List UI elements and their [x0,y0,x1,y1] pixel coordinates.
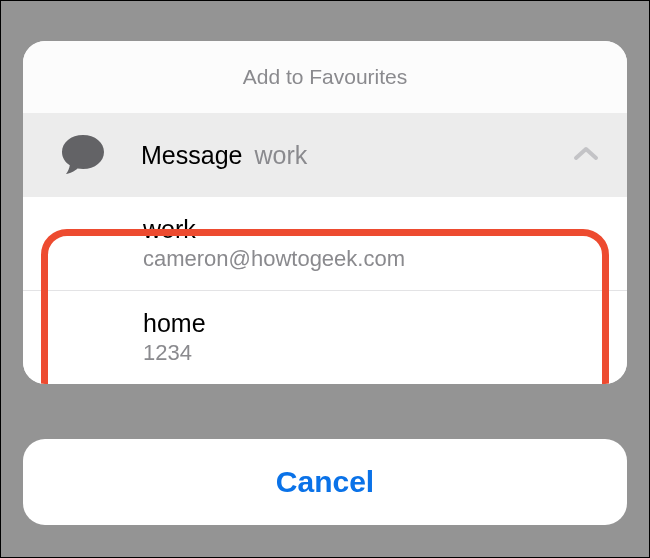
action-sheet: Add to Favourites Message work work came… [23,41,627,384]
sheet-title: Add to Favourites [23,41,627,113]
option-home[interactable]: home 1234 [23,291,627,384]
category-label: Message [141,141,242,170]
option-value: 1234 [143,340,627,366]
message-bubble-icon [59,131,107,179]
category-message-row[interactable]: Message work [23,113,627,197]
chevron-up-icon [573,145,599,165]
options-list: work cameron@howtogeek.com home 1234 [23,197,627,384]
cancel-button[interactable]: Cancel [23,439,627,525]
option-label: home [143,309,627,338]
cancel-label: Cancel [276,465,374,499]
option-work[interactable]: work cameron@howtogeek.com [23,197,627,291]
option-value: cameron@howtogeek.com [143,246,627,272]
option-label: work [143,215,627,244]
category-sublabel: work [254,141,307,170]
